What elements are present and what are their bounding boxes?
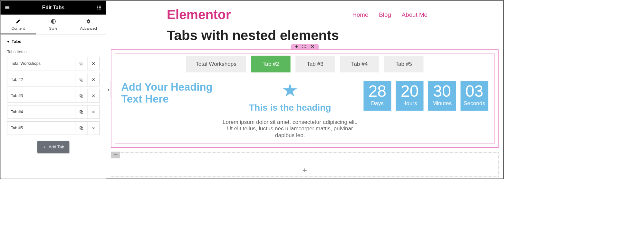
field-label: Tabs Items — [7, 50, 100, 54]
star-icon: ★ — [222, 81, 358, 99]
panel-header: Edit Tabs — [1, 1, 106, 15]
svg-rect-5 — [100, 7, 101, 8]
countdown-box: 03Seconds — [460, 81, 488, 111]
add-section-icon[interactable]: + — [295, 45, 298, 49]
countdown-value: 30 — [429, 83, 455, 99]
countdown-label: Seconds — [461, 100, 487, 106]
countdown-box: 30Minutes — [428, 81, 456, 111]
countdown-widget[interactable]: 28Days20Hours30Minutes03Seconds — [363, 81, 488, 111]
svg-rect-3 — [97, 7, 98, 8]
remove-icon[interactable] — [87, 57, 100, 70]
tab-content: Add Your Heading Text Here ★ This is the… — [115, 81, 494, 138]
remove-icon[interactable] — [87, 105, 100, 119]
tab-nav: Total WorkshopsTab #2Tab #3Tab #4Tab #5 — [115, 56, 494, 73]
countdown-label: Hours — [397, 100, 423, 106]
menu-icon[interactable] — [4, 4, 11, 11]
panel-title: Edit Tabs — [42, 5, 64, 10]
remove-icon[interactable] — [87, 122, 100, 135]
panel-collapse-handle[interactable]: ‹ — [106, 81, 111, 98]
nav-link[interactable]: About Me — [402, 11, 428, 18]
remove-icon[interactable] — [87, 73, 100, 86]
empty-container[interactable]: ▭ + — [111, 152, 498, 176]
tab-button[interactable]: Tab #3 — [295, 56, 335, 73]
tab-advanced[interactable]: Advanced — [71, 15, 106, 34]
svg-rect-4 — [99, 7, 100, 8]
site-header: Elementor HomeBlogAbout Me — [106, 1, 503, 27]
duplicate-icon[interactable] — [75, 57, 87, 70]
add-widget-icon[interactable]: + — [303, 166, 307, 175]
countdown-label: Minutes — [429, 100, 455, 106]
editor-panel: Edit Tabs Content Style — [1, 1, 106, 179]
svg-rect-1 — [99, 6, 100, 7]
countdown-value: 20 — [397, 83, 423, 99]
tabs-item-label[interactable]: Total Workshops — [7, 57, 75, 70]
tabs-item-row[interactable]: Tab #5 — [7, 121, 100, 135]
tabs-item-label[interactable]: Tab #4 — [7, 105, 75, 119]
plus-icon: ＋ — [42, 144, 46, 150]
site-logo[interactable]: Elementor — [167, 7, 231, 22]
duplicate-icon[interactable] — [75, 73, 87, 86]
section-toggle[interactable]: Tabs — [7, 39, 100, 44]
tabs-items-list: Total WorkshopsTab #2Tab #3Tab #4Tab #5 — [7, 57, 100, 135]
pencil-icon — [1, 18, 36, 25]
tabs-item-label[interactable]: Tab #2 — [7, 73, 75, 86]
tab-content[interactable]: Content — [1, 15, 36, 34]
tabs-item-row[interactable]: Total Workshops — [7, 57, 100, 70]
columns-icon[interactable]: ▭ — [111, 152, 120, 158]
tab-style[interactable]: Style — [36, 15, 71, 34]
svg-rect-0 — [97, 6, 98, 7]
svg-rect-2 — [100, 6, 101, 7]
tab-button[interactable]: Total Workshops — [186, 56, 246, 73]
tabs-item-label[interactable]: Tab #5 — [7, 122, 75, 135]
container-handle: + ::: ✕ — [291, 44, 319, 49]
duplicate-icon[interactable] — [75, 122, 87, 135]
caret-down-icon — [7, 41, 10, 42]
duplicate-icon[interactable] — [75, 105, 87, 119]
apps-icon[interactable] — [96, 4, 102, 11]
countdown-box: 20Hours — [396, 81, 423, 111]
selected-container[interactable]: + ::: ✕ Total WorkshopsTab #2Tab #3Tab #… — [111, 49, 498, 148]
contrast-icon — [36, 18, 71, 25]
tabs-item-row[interactable]: Tab #3 — [7, 89, 100, 103]
iconbox-widget[interactable]: ★ This is the heading Lorem ipsum dolor … — [222, 81, 358, 138]
tabs-item-label[interactable]: Tab #3 — [7, 89, 75, 103]
tabs-widget[interactable]: Total WorkshopsTab #2Tab #3Tab #4Tab #5 … — [115, 54, 495, 144]
nav-link[interactable]: Home — [352, 11, 368, 18]
drag-handle-icon[interactable]: ::: — [302, 45, 306, 49]
countdown-value: 28 — [364, 83, 390, 99]
site-nav: HomeBlogAbout Me — [352, 11, 428, 18]
tab-button[interactable]: Tab #5 — [384, 56, 423, 73]
chevron-left-icon: ‹ — [108, 87, 109, 92]
countdown-value: 03 — [461, 83, 487, 99]
countdown-label: Days — [364, 100, 390, 106]
tabs-section: Tabs Tabs Items Total WorkshopsTab #2Tab… — [1, 35, 106, 153]
heading-widget[interactable]: Add Your Heading Text Here — [121, 81, 216, 105]
tab-button[interactable]: Tab #2 — [251, 56, 290, 73]
panel-mode-tabs: Content Style Advanced — [1, 15, 106, 35]
tabs-item-row[interactable]: Tab #4 — [7, 105, 100, 119]
remove-icon[interactable] — [87, 89, 100, 103]
nav-link[interactable]: Blog — [379, 11, 391, 18]
add-tab-button[interactable]: ＋ Add Tab — [37, 141, 69, 153]
svg-rect-7 — [99, 9, 100, 10]
svg-rect-8 — [100, 9, 101, 10]
countdown-box: 28Days — [363, 81, 391, 111]
duplicate-icon[interactable] — [75, 89, 87, 103]
preview-canvas: Elementor HomeBlogAbout Me Tabs with nes… — [106, 1, 503, 179]
svg-rect-6 — [97, 9, 98, 10]
delete-section-icon[interactable]: ✕ — [311, 45, 314, 49]
tab-button[interactable]: Tab #4 — [340, 56, 379, 73]
gear-icon — [71, 18, 106, 25]
tabs-item-row[interactable]: Tab #2 — [7, 73, 100, 86]
